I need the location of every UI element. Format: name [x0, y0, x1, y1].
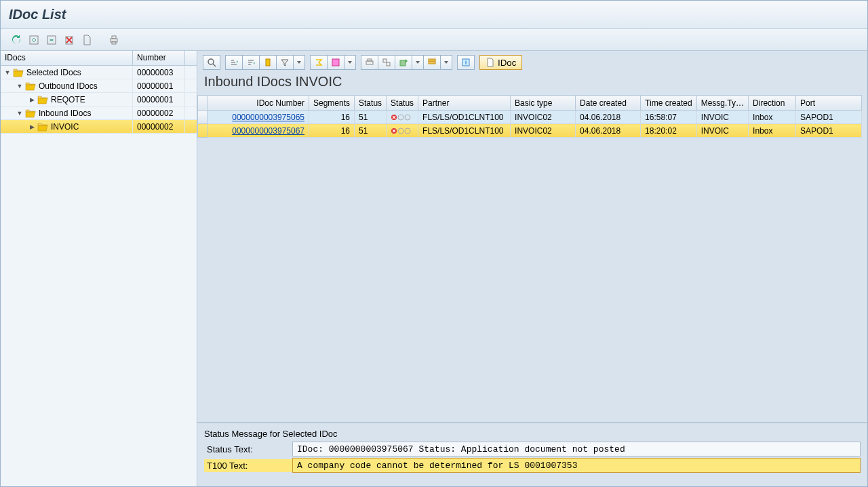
col-segments[interactable]: Segments: [309, 96, 355, 111]
cell-direction: Inbox: [749, 111, 796, 124]
t100-text-label: T100 Text:: [204, 459, 292, 472]
svg-rect-14: [429, 59, 435, 61]
layout-button[interactable]: [423, 55, 441, 70]
details-button[interactable]: [203, 55, 220, 70]
tree-node[interactable]: INVOIC00000002: [1, 120, 197, 134]
layout-dropdown[interactable]: [440, 55, 452, 70]
table-row[interactable]: 00000000039750671651FLS/LS/OD1CLNT100INV…: [198, 124, 862, 138]
tree-node-label: Selected IDocs: [26, 68, 81, 77]
svg-point-19: [398, 115, 403, 120]
tree-node-number: 00000002: [133, 120, 185, 133]
tree-expander-icon[interactable]: [3, 69, 12, 77]
tree-node[interactable]: Inbound IDocs00000002: [1, 106, 197, 120]
col-direction[interactable]: Direction: [749, 96, 796, 111]
page-title: IDoc List: [9, 7, 66, 22]
cell-port: SAPOD1: [796, 111, 862, 124]
svg-rect-0: [30, 36, 38, 44]
collapse-button[interactable]: [44, 33, 59, 47]
cell-status: 51: [355, 111, 387, 124]
col-msg-type[interactable]: Messg.Ty…: [696, 96, 748, 111]
sort-desc-button[interactable]: [242, 55, 260, 70]
idoc-grid[interactable]: IDoc Number Segments Status Status Partn…: [197, 95, 862, 422]
tree-header-idocs[interactable]: IDocs: [1, 51, 133, 65]
tree-node-label: Outbound IDocs: [39, 81, 98, 91]
folder-icon: [25, 109, 36, 118]
tree-node-number: 00000002: [133, 106, 185, 119]
tree-header-number[interactable]: Number: [133, 51, 185, 65]
find-button[interactable]: [259, 55, 277, 70]
tree-node-label: REQOTE: [51, 95, 85, 104]
title-bar: IDoc List: [1, 1, 867, 29]
cell-partner: FLS/LS/OD1CLNT100: [418, 124, 511, 138]
row-selector[interactable]: [198, 111, 208, 124]
svg-point-6: [208, 59, 214, 64]
cell-time-created: 16:58:07: [641, 111, 697, 124]
cell-status: 51: [355, 124, 387, 138]
col-port[interactable]: Port: [796, 96, 862, 111]
tree-node-label: Inbound IDocs: [39, 109, 91, 118]
idoc-button-label: IDoc: [498, 58, 516, 68]
cell-direction: Inbox: [749, 124, 796, 138]
refresh-button[interactable]: [9, 33, 24, 47]
tree-expander-icon[interactable]: [16, 109, 24, 117]
expand-button[interactable]: [26, 33, 41, 47]
cell-idoc-number[interactable]: 0000000003975065: [208, 111, 309, 124]
export-dropdown[interactable]: [412, 55, 424, 70]
svg-point-22: [398, 128, 403, 134]
subtotal-dropdown[interactable]: [344, 55, 356, 70]
tree-body: Selected IDocs00000003Outbound IDocs0000…: [1, 66, 197, 486]
svg-rect-10: [368, 59, 372, 61]
delete-button[interactable]: [62, 33, 77, 47]
col-status[interactable]: Status: [355, 96, 387, 111]
t100-text-value: A company code cannot be determined for …: [292, 458, 861, 473]
subtotal-button[interactable]: [327, 55, 344, 70]
col-status-icon[interactable]: Status: [387, 96, 418, 111]
views-button[interactable]: [378, 55, 395, 70]
col-partner[interactable]: Partner: [418, 96, 511, 111]
col-date-created[interactable]: Date created: [576, 96, 641, 111]
svg-rect-11: [383, 59, 387, 62]
table-row[interactable]: 00000000039750651651FLS/LS/OD1CLNT100INV…: [198, 111, 862, 124]
folder-icon: [25, 81, 36, 91]
app-toolbar: [1, 29, 867, 51]
row-selector[interactable]: [198, 124, 208, 138]
row-selector-header[interactable]: [198, 96, 208, 111]
cell-segments: 16: [309, 111, 355, 124]
tree-expander-icon[interactable]: [16, 82, 24, 90]
svg-rect-12: [387, 62, 390, 66]
tree-node[interactable]: Selected IDocs00000003: [1, 66, 197, 79]
folder-icon: [37, 95, 48, 104]
svg-text:i: i: [465, 59, 467, 66]
cell-msg-type: INVOIC: [696, 111, 748, 124]
idoc-display-button[interactable]: IDoc: [479, 55, 522, 70]
document-icon: [486, 58, 495, 67]
tree-node[interactable]: REQOTE00000001: [1, 93, 197, 106]
filter-dropdown[interactable]: [293, 55, 305, 70]
tree-node[interactable]: Outbound IDocs00000001: [1, 79, 197, 93]
info-button[interactable]: i: [457, 55, 475, 70]
svg-rect-1: [47, 36, 56, 44]
print-grid-button[interactable]: [361, 55, 378, 70]
col-basic-type[interactable]: Basic type: [511, 96, 576, 111]
col-idoc-number[interactable]: IDoc Number: [208, 96, 309, 111]
document-button[interactable]: [79, 33, 94, 47]
svg-rect-9: [366, 61, 373, 64]
sum-button[interactable]: [310, 55, 328, 70]
status-text-label: Status Text:: [204, 443, 292, 456]
content-toolbar: i IDoc: [197, 51, 867, 71]
status-text-value: IDoc: 0000000003975067 Status: Applicati…: [292, 442, 861, 456]
cell-status-icon: [387, 111, 418, 124]
tree-expander-icon[interactable]: [28, 123, 36, 131]
col-time-created[interactable]: Time created: [641, 96, 697, 111]
cell-time-created: 18:20:02: [641, 124, 697, 138]
filter-button[interactable]: [276, 55, 294, 70]
cell-basic-type: INVOIC02: [511, 111, 576, 124]
cell-idoc-number[interactable]: 0000000003975067: [208, 124, 309, 138]
cell-date-created: 04.06.2018: [576, 124, 641, 138]
tree-expander-icon[interactable]: [28, 96, 36, 104]
cell-segments: 16: [309, 124, 355, 138]
sort-asc-button[interactable]: [225, 55, 243, 70]
print-button[interactable]: [106, 33, 121, 47]
export-button[interactable]: [395, 55, 412, 70]
cell-basic-type: INVOIC02: [511, 124, 576, 138]
